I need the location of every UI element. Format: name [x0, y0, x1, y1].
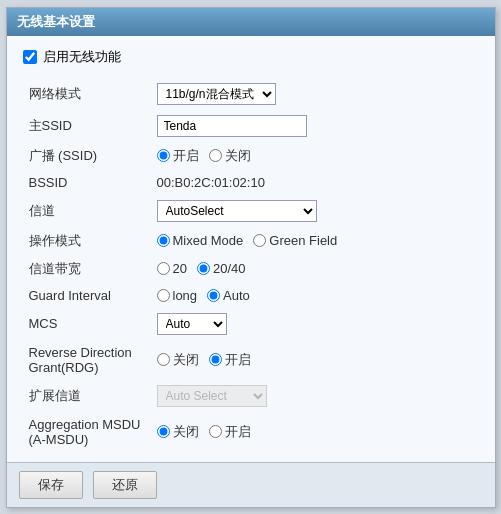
- footer-bar: 保存 还原: [7, 462, 495, 507]
- bw-20-item: 20: [157, 261, 187, 276]
- ssid-row: 主SSID: [23, 110, 479, 142]
- amsdu-off-radio[interactable]: [157, 425, 170, 438]
- mcs-label: MCS: [23, 308, 153, 340]
- extension-channel-label: 扩展信道: [23, 380, 153, 412]
- gi-auto-radio[interactable]: [207, 289, 220, 302]
- green-field-label: Green Field: [269, 233, 337, 248]
- bssid-label: BSSID: [23, 170, 153, 195]
- broadcast-radio-group: 开启 关闭: [157, 147, 475, 165]
- broadcast-off-label: 关闭: [225, 147, 251, 165]
- channel-select[interactable]: AutoSelect 123 456 789 10111213: [157, 200, 317, 222]
- rdg-on-radio[interactable]: [209, 353, 222, 366]
- bw-20-label: 20: [173, 261, 187, 276]
- operation-mode-row: 操作模式 Mixed Mode Green Field: [23, 227, 479, 255]
- gi-long-radio[interactable]: [157, 289, 170, 302]
- rdg-row: Reverse Direction Grant(RDG) 关闭 开启: [23, 340, 479, 380]
- bw-2040-radio[interactable]: [197, 262, 210, 275]
- enable-wireless-checkbox[interactable]: [23, 50, 37, 64]
- mixed-mode-label: Mixed Mode: [173, 233, 244, 248]
- network-mode-select[interactable]: 11b/g/n混合模式 11b模式 11g模式 11n模式: [157, 83, 276, 105]
- amsdu-label: Aggregation MSDU (A-MSDU): [23, 412, 153, 452]
- broadcast-row: 广播 (SSID) 开启 关闭: [23, 142, 479, 170]
- gi-long-item: long: [157, 288, 198, 303]
- channel-label: 信道: [23, 195, 153, 227]
- gi-long-label: long: [173, 288, 198, 303]
- guard-interval-radio-group: long Auto: [157, 288, 475, 303]
- mixed-mode-radio[interactable]: [157, 234, 170, 247]
- green-field-radio[interactable]: [253, 234, 266, 247]
- amsdu-on-label: 开启: [225, 423, 251, 441]
- broadcast-label: 广播 (SSID): [23, 142, 153, 170]
- mcs-row: MCS Auto 0123 4567: [23, 308, 479, 340]
- content-area: 启用无线功能 网络模式 11b/g/n混合模式 11b模式 11g模式 11n模…: [7, 36, 495, 462]
- ssid-input[interactable]: [157, 115, 307, 137]
- extension-channel-row: 扩展信道 Auto Select: [23, 380, 479, 412]
- broadcast-on-item: 开启: [157, 147, 199, 165]
- enable-wireless-row: 启用无线功能: [23, 48, 479, 66]
- amsdu-radio-group: 关闭 开启: [157, 423, 475, 441]
- main-window: 无线基本设置 启用无线功能 网络模式 11b/g/n混合模式 11b模式 11g…: [6, 7, 496, 508]
- operation-mode-label: 操作模式: [23, 227, 153, 255]
- save-button[interactable]: 保存: [19, 471, 83, 499]
- extension-channel-select[interactable]: Auto Select: [157, 385, 267, 407]
- mcs-select[interactable]: Auto 0123 4567: [157, 313, 227, 335]
- amsdu-on-radio[interactable]: [209, 425, 222, 438]
- guard-interval-row: Guard Interval long Auto: [23, 283, 479, 308]
- broadcast-on-radio[interactable]: [157, 149, 170, 162]
- bw-20-radio[interactable]: [157, 262, 170, 275]
- gi-auto-item: Auto: [207, 288, 250, 303]
- settings-table: 网络模式 11b/g/n混合模式 11b模式 11g模式 11n模式 主SSID: [23, 78, 479, 452]
- broadcast-off-radio[interactable]: [209, 149, 222, 162]
- rdg-label: Reverse Direction Grant(RDG): [23, 340, 153, 380]
- bw-2040-label: 20/40: [213, 261, 246, 276]
- bssid-value: 00:B0:2C:01:02:10: [157, 175, 265, 190]
- gi-auto-label: Auto: [223, 288, 250, 303]
- bw-2040-item: 20/40: [197, 261, 246, 276]
- rdg-on-item: 开启: [209, 351, 251, 369]
- channel-bw-label: 信道带宽: [23, 255, 153, 283]
- green-field-item: Green Field: [253, 233, 337, 248]
- broadcast-off-item: 关闭: [209, 147, 251, 165]
- title-bar: 无线基本设置: [7, 8, 495, 36]
- network-mode-row: 网络模式 11b/g/n混合模式 11b模式 11g模式 11n模式: [23, 78, 479, 110]
- channel-row: 信道 AutoSelect 123 456 789 10111213: [23, 195, 479, 227]
- rdg-off-label: 关闭: [173, 351, 199, 369]
- channel-bw-radio-group: 20 20/40: [157, 261, 475, 276]
- bssid-row: BSSID 00:B0:2C:01:02:10: [23, 170, 479, 195]
- rdg-off-item: 关闭: [157, 351, 199, 369]
- amsdu-row: Aggregation MSDU (A-MSDU) 关闭 开启: [23, 412, 479, 452]
- network-mode-label: 网络模式: [23, 78, 153, 110]
- enable-wireless-label: 启用无线功能: [43, 48, 121, 66]
- channel-bw-row: 信道带宽 20 20/40: [23, 255, 479, 283]
- amsdu-off-label: 关闭: [173, 423, 199, 441]
- ssid-label: 主SSID: [23, 110, 153, 142]
- amsdu-on-item: 开启: [209, 423, 251, 441]
- rdg-on-label: 开启: [225, 351, 251, 369]
- mixed-mode-item: Mixed Mode: [157, 233, 244, 248]
- amsdu-off-item: 关闭: [157, 423, 199, 441]
- rdg-off-radio[interactable]: [157, 353, 170, 366]
- broadcast-on-label: 开启: [173, 147, 199, 165]
- reset-button[interactable]: 还原: [93, 471, 157, 499]
- window-title: 无线基本设置: [17, 14, 95, 29]
- operation-mode-radio-group: Mixed Mode Green Field: [157, 233, 475, 248]
- guard-interval-label: Guard Interval: [23, 283, 153, 308]
- rdg-radio-group: 关闭 开启: [157, 351, 475, 369]
